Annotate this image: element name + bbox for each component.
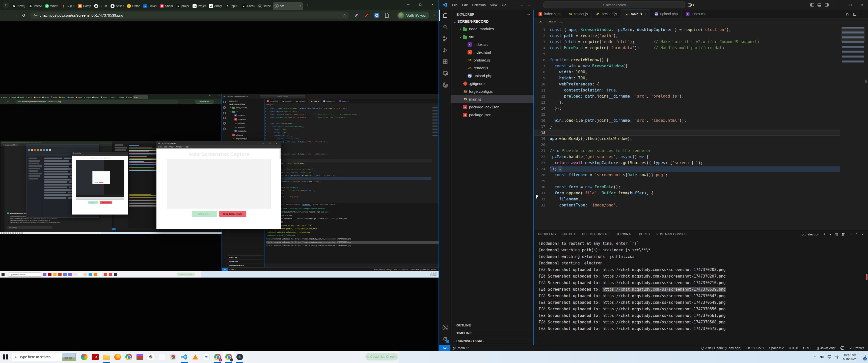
file-upload-php[interactable]: phpupload.php — [452, 72, 533, 80]
menu-go[interactable]: Go — [500, 3, 508, 7]
split-editor-icon[interactable]: ◫ — [853, 12, 857, 16]
menu-view[interactable]: View — [488, 3, 500, 7]
address-bar[interactable]: ⊙− chat.mcqstudy.com/ss/screenshot-17473… — [30, 11, 349, 19]
status-encoding[interactable]: UTF-8 — [789, 346, 798, 350]
browser-tab-whatsa[interactable]: ✆WhatsA — [43, 2, 60, 10]
browser-minimize-button[interactable]: ─ — [402, 0, 414, 8]
vscode-close-button[interactable]: × — [857, 0, 868, 9]
taskbar-search-box[interactable]: ⌕ Type here to search — [12, 353, 76, 361]
status-author[interactable]: Asiful Haque (1 day ago) — [702, 346, 741, 350]
daily-image[interactable] — [62, 353, 75, 361]
browser-tab-shadcn[interactable]: ▣Shadcn — [158, 2, 174, 10]
terminal-dropdown-icon[interactable]: ▾ — [830, 232, 831, 236]
history-nav-icons[interactable]: ←→ — [520, 3, 534, 7]
editor-tab-upload-php[interactable]: phpupload.php — [650, 9, 682, 18]
taskbar-icon-chrome-a[interactable] — [223, 351, 234, 363]
browser-tab-projec[interactable]: v0Projec — [191, 2, 207, 10]
taskbar-icon-pen[interactable]: ✒ — [201, 351, 212, 363]
status-cursor-position[interactable]: Ln 18, Col 1 — [746, 346, 764, 350]
section-outline[interactable]: ›OUTLINE — [452, 321, 533, 329]
browser-tab-assesm[interactable]: ◉Assesm — [109, 2, 125, 10]
editor-tab-render-js[interactable]: JSrender.js — [564, 9, 592, 18]
breadcrumb[interactable]: JS main.js›… — [534, 19, 868, 25]
new-tab-button[interactable]: + — [305, 2, 311, 8]
editor-tab-index-css[interactable]: #index.css — [682, 9, 710, 18]
explorer-more-icon[interactable]: ⋯ — [527, 12, 530, 16]
pen-extension-icon[interactable] — [364, 12, 369, 18]
taskbar-icon-slack[interactable] — [145, 351, 156, 363]
command-center-search[interactable]: ⌕ screen-record — [544, 1, 685, 8]
tab-close-icon[interactable]: × — [645, 12, 647, 16]
panel-tab-ports[interactable]: PORTS — [639, 230, 650, 238]
status-language[interactable]: {}JavaScript — [817, 346, 835, 350]
taskbar-icon-copilot[interactable] — [79, 351, 90, 363]
taskbar-icon-firefox[interactable] — [112, 351, 123, 363]
toggle-sidebar-icon[interactable] — [810, 3, 814, 6]
terminal-output[interactable]: [nodemon] to restart at any time, enter … — [539, 240, 863, 344]
panel-tab-problems[interactable]: PROBLEMS — [538, 230, 556, 238]
search-icon[interactable] — [439, 21, 452, 33]
editor-tab-main-js[interactable]: JSmain.js× — [621, 9, 650, 18]
browser-tab-sql-50[interactable]: ⌇SQL 50 — [60, 2, 76, 10]
taskbar-icon-notepad[interactable] — [156, 351, 167, 363]
customize-chrome-button[interactable]: ✎ Customize Chrome — [365, 353, 398, 361]
tab-close-icon[interactable]: × — [300, 4, 301, 8]
file-render-js[interactable]: JSrender.js — [452, 64, 533, 72]
terminal-instance-chip[interactable]: >_electron — [802, 232, 819, 236]
project-root-folder[interactable]: ⌄ SCREEN-RECORD — [452, 19, 533, 25]
copilot-chat-icon[interactable] — [439, 79, 452, 91]
remote-indicator[interactable]: >< — [439, 345, 451, 351]
start-button[interactable] — [3, 355, 8, 360]
site-info-icon[interactable]: ⊙− — [33, 13, 37, 17]
explorer-icon[interactable] — [439, 9, 452, 21]
file-package-json[interactable]: npackage.json — [452, 111, 533, 119]
taskbar-icon-vlc[interactable] — [190, 351, 201, 363]
back-button[interactable]: ← — [4, 13, 9, 18]
action-center-icon[interactable]: 2 — [860, 355, 866, 359]
editor-tab-index-html[interactable]: 5index.html — [534, 9, 564, 18]
status-indentation[interactable]: Spaces: 2 — [769, 346, 784, 350]
status-eol[interactable]: CRLF — [803, 346, 812, 350]
panel-tab-terminal[interactable]: TERMINAL — [616, 230, 632, 238]
close-panel-icon[interactable]: × — [862, 232, 864, 236]
reload-button[interactable]: ⟳ — [22, 13, 26, 18]
blue-extension-icon[interactable] — [374, 12, 379, 18]
verify-profile-button[interactable]: Verify it's you — [397, 11, 429, 19]
git-branch-status[interactable]: main⟳ — [453, 346, 469, 350]
taskbar-icon-explorer[interactable] — [101, 351, 112, 363]
browser-tab-next-js[interactable]: NNext.js — [10, 2, 27, 10]
account-icon[interactable] — [439, 322, 452, 333]
browser-tab-compre[interactable]: ▤Compre — [76, 2, 92, 10]
taskbar-icon-electron[interactable]: ⚛ — [234, 351, 245, 363]
panel-tab-output[interactable]: OUTPUT — [562, 230, 576, 238]
menu-edit[interactable]: Edit — [460, 3, 470, 7]
settings-gear-icon[interactable]: ⚙2 — [439, 333, 452, 345]
run-debug-icon[interactable] — [439, 44, 452, 56]
extensions-icon[interactable] — [439, 56, 452, 68]
file-main-js[interactable]: JSmain.js — [452, 95, 533, 103]
menu-selection[interactable]: Selection — [470, 3, 488, 7]
source-control-icon[interactable] — [439, 33, 452, 44]
browser-menu-icon[interactable]: ⋮ — [433, 13, 437, 18]
browser-tab-project[interactable]: pproject — [175, 2, 191, 10]
taskbar-icon-paint[interactable] — [167, 351, 179, 363]
file-node-modules[interactable]: ›node_modules — [452, 25, 533, 33]
taskbar-icon-vscode[interactable] — [179, 351, 190, 363]
forward-button[interactable]: → — [13, 13, 18, 18]
panel-tab-postman-console[interactable]: POSTMAN CONSOLE — [656, 230, 689, 238]
copilot-titlebar-icon[interactable]: ▾ — [688, 3, 694, 7]
maximize-panel-icon[interactable]: ⌃ — [856, 232, 858, 236]
editor-more-icon[interactable]: ⋯ — [861, 12, 864, 16]
quill-extension-icon[interactable] — [354, 12, 359, 18]
display-icon[interactable] — [827, 355, 831, 359]
split-terminal-icon[interactable]: ◫ — [835, 232, 838, 236]
browser-tab-ostad-[interactable]: ●Ostad - — [125, 2, 142, 10]
file-preload-js[interactable]: JSpreload.js — [452, 56, 533, 64]
file-index-html[interactable]: 5index.html — [452, 48, 533, 56]
toggle-panel-icon[interactable] — [817, 3, 821, 6]
browser-tab-screens[interactable]: ◍screens — [257, 2, 273, 10]
browser-tab-active[interactable]: ◍scr× — [273, 2, 303, 10]
taskbar-icon-chrome-s[interactable]: S — [212, 351, 223, 363]
editor-tab-preload-js[interactable]: JSpreload.js — [592, 9, 621, 18]
new-terminal-icon[interactable]: ＋ — [823, 232, 826, 236]
